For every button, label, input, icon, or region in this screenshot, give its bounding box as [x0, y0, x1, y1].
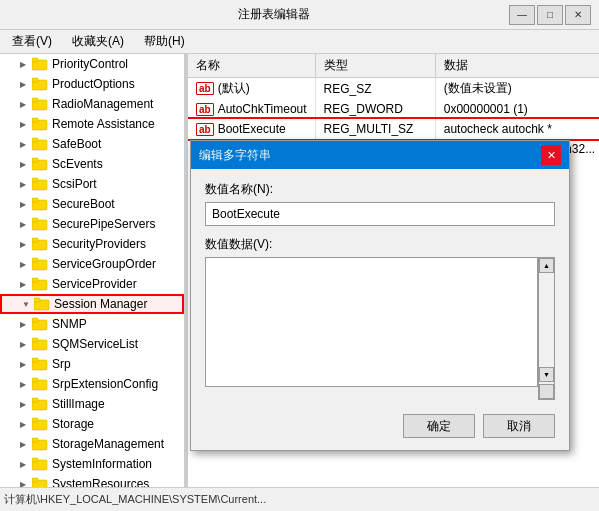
cell-name: ab (默认)	[188, 78, 315, 100]
scroll-down-arrow[interactable]: ▼	[539, 367, 554, 382]
close-button[interactable]: ✕	[565, 5, 591, 25]
folder-icon	[32, 177, 48, 191]
tree-item[interactable]: ▶ SNMP	[0, 314, 184, 334]
data-textarea[interactable]	[205, 257, 538, 387]
expand-arrow: ▶	[20, 360, 30, 369]
tree-item-label: SecurityProviders	[52, 237, 146, 251]
name-input[interactable]	[205, 202, 555, 226]
expand-arrow: ▶	[20, 120, 30, 129]
expand-arrow: ▶	[20, 400, 30, 409]
tree-item[interactable]: ▶ SecurityProviders	[0, 234, 184, 254]
ab-icon: ab	[196, 103, 214, 116]
tree-item[interactable]: ▶ ScEvents	[0, 154, 184, 174]
tree-item-label: StorageManagement	[52, 437, 164, 451]
dialog-title: 编辑多字符串	[199, 147, 271, 164]
menu-help[interactable]: 帮助(H)	[136, 31, 193, 52]
minimize-button[interactable]: —	[509, 5, 535, 25]
tree-item-label: Storage	[52, 417, 94, 431]
table-row[interactable]: ab AutoChkTimeoutREG_DWORD0x00000001 (1)	[188, 99, 599, 119]
folder-icon	[32, 257, 48, 271]
scroll-up-arrow[interactable]: ▲	[539, 258, 554, 273]
tree-item[interactable]: ▶ SecureBoot	[0, 194, 184, 214]
dialog-body: 数值名称(N): 数值数据(V): ▲ ▼ 确定 取消	[191, 169, 569, 450]
tree-item-label: SQMServiceList	[52, 337, 138, 351]
tree-item[interactable]: ▶ SrpExtensionConfig	[0, 374, 184, 394]
expand-arrow: ▶	[20, 420, 30, 429]
svg-rect-1	[32, 58, 38, 62]
data-label: 数值数据(V):	[205, 236, 555, 253]
maximize-button[interactable]: □	[537, 5, 563, 25]
tree-item[interactable]: ▶ ServiceProvider	[0, 274, 184, 294]
folder-icon	[32, 477, 48, 487]
tree-item-label: Srp	[52, 357, 71, 371]
tree-pane[interactable]: ▶ PriorityControl▶ ProductOptions▶ Radio…	[0, 54, 185, 487]
tree-item[interactable]: ▶ RadioManagement	[0, 94, 184, 114]
svg-rect-27	[32, 318, 38, 322]
dialog-close-button[interactable]: ✕	[541, 145, 561, 165]
svg-rect-39	[32, 438, 38, 442]
expand-arrow: ▶	[20, 320, 30, 329]
tree-item[interactable]: ▶ StillImage	[0, 394, 184, 414]
folder-icon	[32, 77, 48, 91]
folder-icon	[32, 97, 48, 111]
folder-icon	[32, 197, 48, 211]
folder-icon	[32, 417, 48, 431]
ab-icon: ab	[196, 123, 214, 136]
svg-rect-3	[32, 78, 38, 82]
tree-item[interactable]: ▶ Storage	[0, 414, 184, 434]
tree-item[interactable]: ▶ ServiceGroupOrder	[0, 254, 184, 274]
menu-favorites[interactable]: 收藏夹(A)	[64, 31, 132, 52]
ok-button[interactable]: 确定	[403, 414, 475, 438]
cell-type: REG_SZ	[315, 78, 435, 100]
data-textarea-wrapper: ▲ ▼	[205, 257, 555, 400]
tree-item-label: Remote Assistance	[52, 117, 155, 131]
expand-arrow: ▶	[20, 260, 30, 269]
tree-item[interactable]: ▶ SecurePipeServers	[0, 214, 184, 234]
tree-item[interactable]: ▶ SQMServiceList	[0, 334, 184, 354]
tree-item-label: ProductOptions	[52, 77, 135, 91]
tree-item[interactable]: ▶ PriorityControl	[0, 54, 184, 74]
expand-arrow: ▶	[20, 380, 30, 389]
tree-item[interactable]: ▶ ScsiPort	[0, 174, 184, 194]
tree-item-label: ServiceGroupOrder	[52, 257, 156, 271]
cell-data: autocheck autochk *	[435, 119, 599, 139]
edit-dialog[interactable]: 编辑多字符串 ✕ 数值名称(N): 数值数据(V): ▲ ▼ 确定 取消	[190, 140, 570, 451]
tree-item-label: SafeBoot	[52, 137, 101, 151]
expand-arrow: ▶	[20, 100, 30, 109]
tree-item[interactable]: ▶ Srp	[0, 354, 184, 374]
tree-item[interactable]: ▶ StorageManagement	[0, 434, 184, 454]
expand-arrow: ▶	[20, 340, 30, 349]
tree-item[interactable]: ▶ SafeBoot	[0, 134, 184, 154]
svg-rect-7	[32, 118, 38, 122]
cancel-button[interactable]: 取消	[483, 414, 555, 438]
tree-item-label: ScsiPort	[52, 177, 97, 191]
tree-item[interactable]: ▼ Session Manager	[0, 294, 184, 314]
tree-item-label: PriorityControl	[52, 57, 128, 71]
type-icon: ab (默认)	[196, 80, 250, 97]
menu-view[interactable]: 查看(V)	[4, 31, 60, 52]
expand-arrow: ▶	[20, 180, 30, 189]
menu-bar: 查看(V) 收藏夹(A) 帮助(H)	[0, 30, 599, 54]
expand-arrow: ▶	[20, 240, 30, 249]
tree-item[interactable]: ▶ Remote Assistance	[0, 114, 184, 134]
dialog-title-bar: 编辑多字符串 ✕	[191, 141, 569, 169]
window-controls: — □ ✕	[509, 5, 591, 25]
svg-rect-9	[32, 138, 38, 142]
svg-rect-25	[34, 298, 40, 302]
svg-rect-17	[32, 218, 38, 222]
expand-arrow: ▶	[20, 140, 30, 149]
expand-arrow: ▶	[20, 80, 30, 89]
folder-icon	[32, 277, 48, 291]
status-bar: 计算机\HKEY_LOCAL_MACHINE\SYSTEM\Current...	[0, 487, 599, 511]
tree-item[interactable]: ▶ SystemInformation	[0, 454, 184, 474]
table-row[interactable]: ab (默认)REG_SZ(数值未设置)	[188, 78, 599, 100]
folder-icon	[32, 117, 48, 131]
table-row[interactable]: ab BootExecuteREG_MULTI_SZautocheck auto…	[188, 119, 599, 139]
folder-icon	[32, 357, 48, 371]
svg-rect-35	[32, 398, 38, 402]
tree-item[interactable]: ▶ ProductOptions	[0, 74, 184, 94]
tree-item-label: SrpExtensionConfig	[52, 377, 158, 391]
vertical-scrollbar[interactable]: ▲ ▼	[538, 257, 555, 400]
svg-rect-23	[32, 278, 38, 282]
tree-item[interactable]: ▶ SystemResources	[0, 474, 184, 487]
